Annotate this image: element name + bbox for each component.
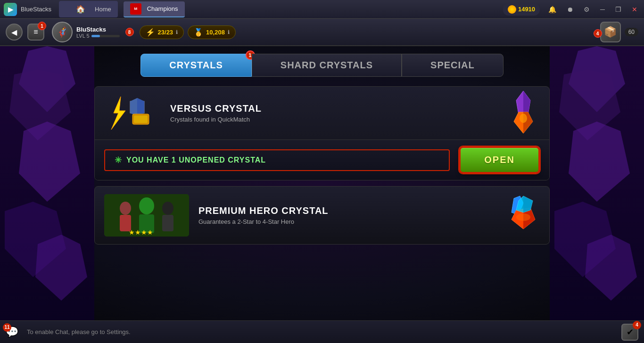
- settings-icon[interactable]: ⚙: [581, 5, 593, 14]
- coin-amount: 14910: [518, 6, 535, 13]
- gold-amount: 10,208: [206, 29, 225, 36]
- notice-icon: ✳: [115, 155, 122, 165]
- energy-icon: ⚡: [146, 28, 155, 37]
- svg-point-34: [516, 213, 530, 221]
- player-badge: 8: [125, 28, 134, 36]
- titlebar-right: 14910 🔔 ⏺ ⚙ ─ ❐ ✕: [503, 3, 640, 16]
- bluestacks-logo: ▶: [4, 3, 17, 16]
- svg-point-22: [120, 202, 131, 215]
- chat-badge: 11: [3, 323, 11, 332]
- restore-button[interactable]: ❐: [612, 5, 624, 14]
- item-count-value: 60: [628, 29, 635, 35]
- svg-rect-27: [162, 215, 173, 231]
- player-level-label: LVL 5: [76, 33, 90, 39]
- versus-crystal-top: VERSUS CRYSTAL Crystals found in QuickMa…: [95, 87, 549, 139]
- player-avatar: 🦸: [52, 22, 73, 42]
- item-count: 60: [625, 28, 638, 36]
- svg-marker-10: [111, 97, 125, 130]
- game-main: CRYSTALS 1 SHARD CRYSTALS SPECIAL: [0, 46, 644, 320]
- tab-shard-label: SHARD CRYSTALS: [281, 60, 373, 70]
- versus-crystal-icons: [104, 94, 161, 132]
- game-header: ◀ ≡ 1 🦸 BluStacks LVL 5 8 ⚡ 23/23 ℹ 🥇 10…: [0, 19, 644, 46]
- tab-crystals-label: CRYSTALS: [169, 60, 223, 70]
- chat-placeholder: To enable Chat, please go to Settings.: [27, 328, 131, 335]
- versus-crystal-desc: Crystals found in QuickMatch: [170, 116, 540, 123]
- versus-crystal-title: VERSUS CRYSTAL: [170, 103, 540, 114]
- header-right: 4 📦 60: [596, 22, 638, 42]
- bluestacks-title: BlueStacks: [21, 6, 51, 13]
- tabs-container: CRYSTALS 1 SHARD CRYSTALS SPECIAL: [0, 46, 644, 77]
- bottom-right-item: 4 ✔: [621, 324, 638, 341]
- coin-display: 14910: [503, 3, 540, 16]
- notification-icon[interactable]: 🔔: [545, 5, 559, 14]
- home-tab-label: Home: [95, 6, 111, 13]
- premium-crystal-card: ★★★★ PREMIUM HERO CRYSTAL Guarantees a 2…: [94, 186, 550, 245]
- menu-button[interactable]: ≡ 1: [27, 24, 44, 41]
- premium-card-inner: ★★★★ PREMIUM HERO CRYSTAL Guarantees a 2…: [95, 187, 549, 244]
- back-button[interactable]: ◀: [6, 24, 23, 41]
- svg-text:★★★★: ★★★★: [129, 229, 153, 236]
- title-bar: ▶ BlueStacks 🏠 Home M Champions 14910 🔔 …: [0, 0, 644, 19]
- home-tab[interactable]: 🏠 Home: [59, 1, 118, 17]
- unopened-notice: ✳ YOU HAVE 1 UNOPENED CRYSTAL: [104, 149, 450, 171]
- tab-special-label: SPECIAL: [430, 60, 475, 70]
- player-details: BluStacks LVL 5: [76, 26, 120, 39]
- svg-point-24: [139, 197, 154, 214]
- chat-icon-wrap: 11 💬: [6, 326, 18, 338]
- heroes-svg: ★★★★: [104, 194, 189, 237]
- game-tab-icon: M: [130, 3, 141, 15]
- gold-bar: 🥇 10,208 ℹ: [188, 25, 236, 39]
- tab-special[interactable]: SPECIAL: [402, 54, 504, 77]
- level-bar: [91, 35, 120, 37]
- content-area: VERSUS CRYSTAL Crystals found in QuickMa…: [0, 77, 644, 254]
- svg-rect-15: [134, 115, 148, 123]
- gold-icon: 🥇: [194, 28, 203, 37]
- premium-crystal-desc: Guarantees a 2-Star to 4-Star Hero: [198, 218, 540, 225]
- versus-crystal-deco: [507, 91, 540, 135]
- game-tab[interactable]: M Champions: [124, 1, 185, 17]
- home-tab-icon: 🏠: [69, 3, 92, 16]
- energy-bar: ⚡ 23/23 ℹ: [140, 25, 184, 39]
- svg-point-20: [520, 114, 527, 123]
- player-level-row: LVL 5: [76, 33, 120, 39]
- unopened-section: ✳ YOU HAVE 1 UNOPENED CRYSTAL OPEN: [95, 139, 549, 180]
- versus-crystal-svg: [507, 91, 540, 133]
- main-content: CRYSTALS 1 SHARD CRYSTALS SPECIAL: [0, 46, 644, 254]
- premium-crystal-deco: [507, 194, 540, 237]
- tab-crystals[interactable]: CRYSTALS 1: [140, 54, 252, 77]
- back-icon: ◀: [11, 28, 17, 37]
- item-badge-count: 4: [594, 29, 602, 38]
- energy-text: 23/23: [158, 29, 173, 36]
- open-button[interactable]: OPEN: [459, 147, 540, 173]
- close-button[interactable]: ✕: [629, 5, 640, 14]
- inventory-icon[interactable]: 📦: [600, 22, 621, 42]
- gold-info-icon[interactable]: ℹ: [228, 29, 230, 35]
- player-info: 🦸 BluStacks LVL 5 8: [52, 22, 134, 42]
- premium-crystal-svg: [507, 194, 540, 231]
- premium-crystal-title: PREMIUM HERO CRYSTAL: [198, 205, 540, 216]
- versus-crystal-items-svg: [104, 94, 161, 132]
- player-name: BluStacks: [76, 26, 120, 33]
- versus-crystal-info: VERSUS CRYSTAL Crystals found in QuickMa…: [170, 103, 540, 123]
- svg-point-26: [162, 202, 173, 215]
- bottom-item-badge: 4: [633, 321, 641, 329]
- menu-icon: ≡: [33, 28, 38, 36]
- heroes-preview: ★★★★: [104, 194, 189, 237]
- versus-crystal-card: VERSUS CRYSTAL Crystals found in QuickMa…: [94, 86, 550, 180]
- unopened-text: YOU HAVE 1 UNOPENED CRYSTAL: [126, 156, 266, 164]
- energy-info-icon[interactable]: ℹ: [176, 29, 178, 35]
- level-fill: [91, 35, 100, 37]
- window-controls: 🔔 ⏺ ⚙ ─ ❐ ✕: [545, 5, 640, 14]
- svg-marker-13: [137, 98, 144, 116]
- minimize-button[interactable]: ─: [597, 5, 608, 14]
- tab-shard-crystals[interactable]: SHARD CRYSTALS: [252, 54, 402, 77]
- menu-badge: 1: [38, 22, 46, 30]
- coin-icon: [508, 5, 516, 14]
- premium-crystal-info: PREMIUM HERO CRYSTAL Guarantees a 2-Star…: [198, 205, 540, 225]
- game-tab-label: Champions: [147, 5, 178, 12]
- record-icon[interactable]: ⏺: [564, 5, 576, 14]
- bottom-bar: 11 💬 To enable Chat, please go to Settin…: [0, 320, 644, 343]
- titlebar-left: ▶ BlueStacks 🏠 Home M Champions: [4, 1, 185, 17]
